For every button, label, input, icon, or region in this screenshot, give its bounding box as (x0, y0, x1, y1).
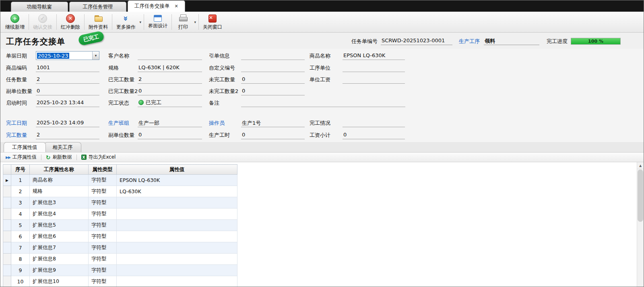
grid-cell-no[interactable]: 7 (11, 242, 30, 254)
toolbar-button-attachment[interactable]: 附件资料 (85, 12, 111, 32)
field-done-qty2-input[interactable]: 0 (138, 87, 202, 95)
grid-row[interactable]: 10扩展信息10字符型 (3, 276, 237, 287)
grid-cell-no[interactable]: 8 (11, 254, 30, 265)
grid-cell-type[interactable]: 字符型 (89, 231, 117, 242)
field-task-qty-input[interactable]: 2 (36, 75, 99, 84)
field-customer-name-input[interactable] (138, 51, 202, 60)
grid-cell-type[interactable]: 字符型 (89, 265, 117, 276)
grid-column-header-name[interactable]: 工序属性名称 (30, 165, 89, 175)
process-link[interactable]: 生产工序 (459, 38, 480, 45)
grid-cell-name[interactable]: 扩展信息4 (30, 209, 89, 220)
window-tab[interactable]: 工序任务交接单✕ (128, 0, 185, 12)
grid-cell-type[interactable]: 字符型 (89, 254, 117, 265)
tab-close-icon[interactable]: ✕ (175, 4, 178, 9)
detail-toolbar-button-2[interactable]: ↻刷新数据 (43, 153, 75, 161)
field-undone-qty-input[interactable]: 0 (241, 75, 305, 84)
grid-row[interactable]: 2规格字符型LQ-630K (3, 186, 237, 197)
grid-row[interactable]: 3扩展信息3字符型 (3, 197, 237, 209)
grid-cell-value[interactable] (117, 242, 237, 254)
grid-cell-name[interactable]: 扩展信息6 (30, 231, 89, 242)
toolbar-button-close-window[interactable]: ✕关闭窗口 (200, 12, 225, 32)
grid-cell-no[interactable]: 3 (11, 197, 30, 209)
toolbar-button-print[interactable]: 打印▾ (173, 12, 198, 32)
detail-tab[interactable]: 相关工序 (44, 142, 81, 152)
field-finish-qty-label[interactable]: 完工数量 (6, 132, 27, 139)
grid-cell-type[interactable]: 字符型 (89, 220, 117, 231)
field-product-code-input[interactable]: 1001 (36, 63, 99, 72)
field-done-qty-input[interactable]: 2 (138, 75, 202, 84)
process-value[interactable]: 领料 (484, 37, 539, 45)
field-work-hours-input[interactable]: 0 (241, 130, 305, 139)
window-tab[interactable]: 工序任务管理 (69, 2, 126, 12)
toolbar-button-redflush-delete[interactable]: ✕红冲删除 (58, 12, 83, 32)
toolbar-button-add[interactable]: +继续新增 (2, 12, 28, 32)
field-custom-no-input[interactable] (241, 63, 305, 72)
grid-cell-no[interactable]: 5 (11, 220, 30, 231)
field-production-team-label[interactable]: 生产班组 (108, 120, 129, 127)
field-remark-input[interactable] (241, 98, 405, 107)
task-no-value[interactable]: SCRWD-20251023-0001 (381, 37, 452, 45)
grid-cell-name[interactable]: 扩展信息8 (30, 254, 89, 265)
field-undone-qty2-input[interactable]: 0 (241, 87, 305, 95)
grid-row[interactable]: 9扩展信息9字符型 (3, 265, 237, 276)
grid-cell-value[interactable] (117, 265, 237, 276)
field-finish-date-input[interactable]: 2025-10-23 14:09 (36, 118, 99, 127)
field-start-time-input[interactable]: 2025-10-23 13:44 (36, 98, 99, 107)
field-doc-date-input[interactable]: 2025-10-23▾ (36, 51, 99, 60)
grid-row[interactable]: 8扩展信息8字符型 (3, 254, 237, 265)
grid-column-header-no[interactable]: 序号 (11, 165, 30, 175)
grid-cell-no[interactable]: 1 (11, 175, 30, 186)
dropdown-caret-icon[interactable]: ▾ (194, 20, 196, 24)
field-finish-qty-input[interactable]: 2 (36, 130, 99, 139)
grid-cell-value[interactable] (117, 231, 237, 242)
grid-row[interactable]: 5扩展信息5字符型 (3, 220, 237, 231)
field-finish-date-label[interactable]: 完工日期 (6, 120, 27, 127)
grid-cell-name[interactable]: 扩展信息10 (30, 276, 89, 287)
window-tab[interactable]: 功能导航窗 (11, 2, 68, 12)
field-process-unit-input[interactable] (343, 63, 405, 72)
dropdown-caret-icon[interactable]: ▾ (139, 20, 141, 24)
detail-toolbar-button-3[interactable]: X导出为Excel (78, 153, 119, 161)
grid-cell-type[interactable]: 字符型 (89, 242, 117, 254)
grid-column-header-type[interactable]: 属性类型 (89, 165, 117, 175)
grid-cell-type[interactable]: 字符型 (89, 276, 117, 287)
field-unit-wage-input[interactable] (343, 75, 405, 84)
grid-cell-name[interactable]: 商品名称 (30, 175, 89, 186)
toolbar-button-more-actions[interactable]: »更多操作▾ (113, 12, 143, 32)
grid-cell-type[interactable]: 字符型 (89, 186, 117, 197)
field-doc-date-dropdown-icon[interactable]: ▾ (92, 52, 99, 60)
grid-cell-name[interactable]: 规格 (30, 186, 89, 197)
grid-cell-no[interactable]: 2 (11, 186, 30, 197)
grid-cell-value[interactable] (117, 276, 237, 287)
grid-row[interactable]: ▶1商品名称字符型EPSON LQ-630K (3, 175, 237, 186)
field-operator-input[interactable]: 生产1号 (241, 118, 305, 127)
grid-cell-no[interactable]: 6 (11, 231, 30, 242)
grid-cell-type[interactable]: 字符型 (89, 197, 117, 209)
field-aux-unit-qty-input[interactable]: 0 (36, 87, 99, 95)
grid-cell-type[interactable]: 字符型 (89, 209, 117, 220)
grid-row[interactable]: 4扩展信息4字符型 (3, 209, 237, 220)
grid-cell-name[interactable]: 扩展信息3 (30, 197, 89, 209)
field-product-name-input[interactable]: EPSON LQ-630K (343, 51, 405, 60)
field-finish-status-input[interactable]: 已完工 (138, 98, 202, 107)
toolbar-button-ui-design[interactable]: 界面设计 (145, 12, 171, 32)
detail-toolbar-button-1[interactable]: ▶▶工序属性值 (3, 153, 39, 161)
grid-cell-value[interactable] (117, 254, 237, 265)
grid-cell-name[interactable]: 扩展信息5 (30, 220, 89, 231)
grid-row[interactable]: 6扩展信息6字符型 (3, 231, 237, 242)
grid-column-header-value[interactable]: 属性值 (117, 165, 237, 175)
field-production-team-input[interactable]: 生产一部 (138, 118, 202, 127)
grid-cell-value[interactable] (117, 197, 237, 209)
grid-cell-no[interactable]: 9 (11, 265, 30, 276)
field-spec-input[interactable]: LQ-630K | 620K (138, 63, 202, 72)
scroll-up-icon[interactable]: ▲ (637, 162, 644, 169)
field-ref-info-input[interactable] (241, 51, 305, 60)
grid-cell-no[interactable]: 4 (11, 209, 30, 220)
vertical-scrollbar[interactable]: ▲ (637, 162, 644, 287)
grid-row[interactable]: 7扩展信息7字符型 (3, 242, 237, 254)
field-aux-unit-qty2-input[interactable]: 0 (138, 130, 202, 139)
grid-cell-name[interactable]: 扩展信息7 (30, 242, 89, 254)
grid-cell-name[interactable]: 扩展信息9 (30, 265, 89, 276)
grid-cell-value[interactable] (117, 220, 237, 231)
grid-cell-value[interactable] (117, 209, 237, 220)
